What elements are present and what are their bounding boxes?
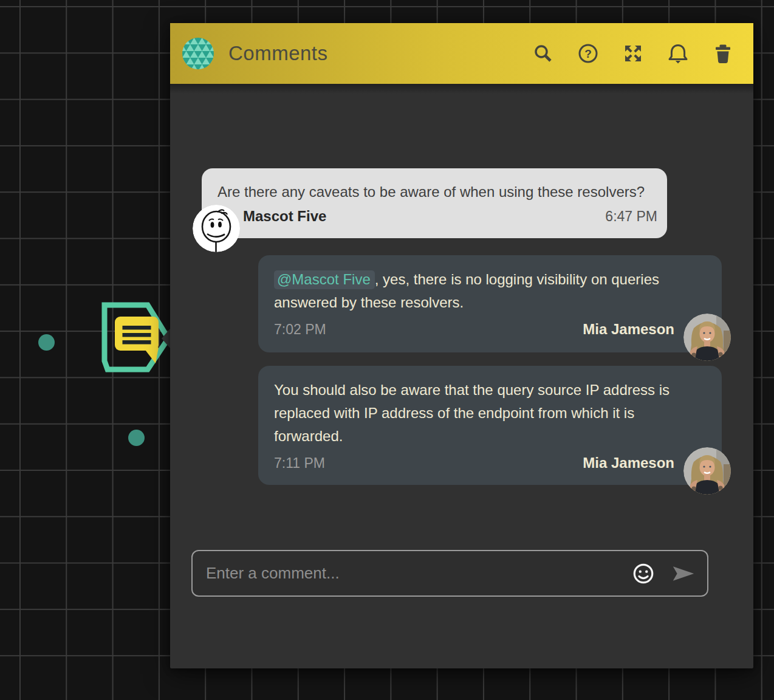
comment-author: Mia Jameson <box>583 321 674 338</box>
comment-text: @Mascot Five, yes, there is no logging v… <box>274 268 706 314</box>
comment-time: 6:47 PM <box>605 208 657 225</box>
header-actions: ? <box>532 42 735 65</box>
send-button[interactable] <box>672 562 695 585</box>
app-logo-icon <box>182 38 214 69</box>
search-icon <box>532 43 554 64</box>
comment-composer <box>191 550 708 597</box>
comment-anchor-dot <box>38 334 55 351</box>
comment-input[interactable] <box>206 564 632 583</box>
mia-photo-icon <box>683 447 731 495</box>
comment-time: 7:11 PM <box>274 455 325 472</box>
comment-bubble: Are there any caveats to be aware of whe… <box>202 168 667 238</box>
comment-author: Mascot Five <box>243 208 326 225</box>
mention-chip[interactable]: @Mascot Five <box>274 270 375 289</box>
mascot-face-icon <box>193 205 240 252</box>
comment-anchor-dot <box>128 430 145 446</box>
trash-icon <box>712 43 734 64</box>
help-icon: ? <box>577 43 599 64</box>
comments-panel: Comments ? <box>170 23 753 668</box>
send-icon <box>672 564 695 583</box>
comment-bubble: You should also be aware that the query … <box>258 366 722 485</box>
comment-text: Are there any caveats to be aware of whe… <box>217 180 657 204</box>
comment-time: 7:02 PM <box>274 321 326 338</box>
delete-button[interactable] <box>711 42 735 65</box>
comment-text: You should also be aware that the query … <box>274 379 706 448</box>
expand-icon <box>622 43 644 64</box>
expand-button[interactable] <box>622 42 645 65</box>
panel-pointer-arrow <box>162 329 170 348</box>
composer-actions <box>632 562 695 585</box>
mia-photo-icon <box>683 314 731 361</box>
avatar-mia-jameson <box>683 447 731 495</box>
comment-author: Mia Jameson <box>583 455 674 472</box>
emoji-button[interactable] <box>632 562 655 585</box>
smiley-icon <box>632 561 655 586</box>
avatar-mia-jameson <box>683 314 731 361</box>
avatar-mascot-five <box>193 205 240 252</box>
bell-icon <box>667 43 689 64</box>
search-button[interactable] <box>532 42 555 65</box>
panel-header: Comments ? <box>170 23 753 84</box>
comment-bubble: @Mascot Five, yes, there is no logging v… <box>258 255 722 352</box>
notifications-button[interactable] <box>666 42 690 65</box>
svg-text:?: ? <box>584 47 592 60</box>
page-title: Comments <box>228 42 328 65</box>
help-button[interactable]: ? <box>577 42 600 65</box>
